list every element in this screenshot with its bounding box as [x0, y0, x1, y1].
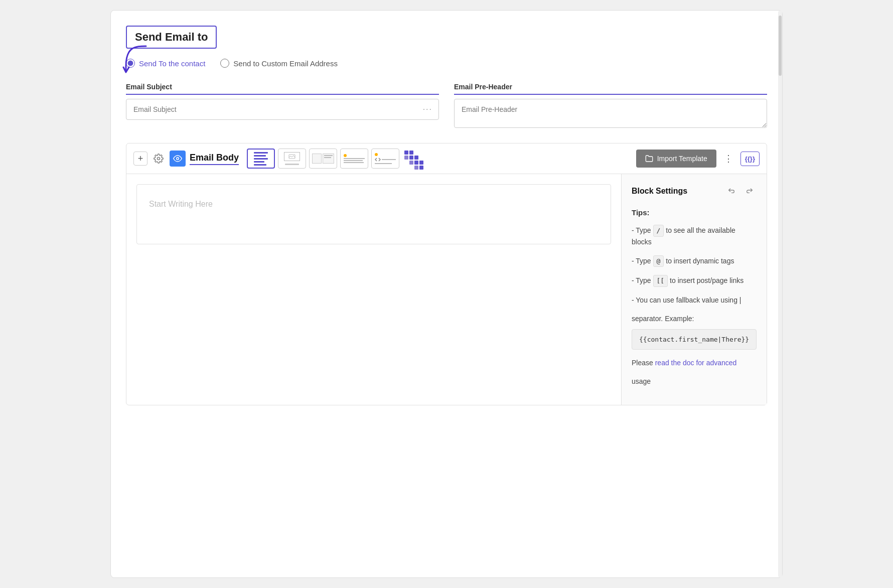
- email-body-content: Start Writing Here Block Settings: [126, 174, 767, 405]
- preview-eye-button[interactable]: [170, 151, 186, 167]
- email-subject-input[interactable]: [126, 99, 417, 119]
- tip-2: - Type @ to insert dynamic tags: [632, 255, 757, 267]
- email-subject-group: Email Subject ···: [126, 83, 439, 128]
- code-example: {{contact.first_name|There}}: [632, 329, 757, 350]
- email-preheader-label: Email Pre-Header: [454, 83, 767, 95]
- email-preheader-input[interactable]: [455, 99, 767, 127]
- radio-custom[interactable]: Send to Custom Email Address: [220, 59, 338, 68]
- tip-6-suffix: usage: [632, 376, 757, 387]
- tip-4: - You can use fallback value using |: [632, 295, 757, 306]
- scrollbar[interactable]: [778, 11, 782, 577]
- fields-row: Email Subject ··· Email Pre-Header: [126, 83, 767, 128]
- email-subject-label: Email Subject: [126, 83, 439, 95]
- tip-3-code: [[: [653, 275, 668, 287]
- scrollbar-thumb: [779, 16, 782, 76]
- more-options-button[interactable]: ⋮: [720, 151, 736, 167]
- redo-arrow-button[interactable]: [742, 184, 757, 198]
- tip-1-code: /: [653, 225, 664, 237]
- drag-blocks-icon[interactable]: [402, 149, 422, 169]
- tip-5: separator. Example: {{contact.first_name…: [632, 314, 757, 350]
- undo-arrow-button[interactable]: [724, 184, 738, 198]
- arrow-annotation: [121, 41, 151, 76]
- editor-placeholder-text: Start Writing Here: [149, 200, 213, 208]
- email-body-section: + Email Body: [126, 143, 767, 405]
- email-preheader-wrapper: [454, 99, 767, 128]
- email-body-toolbar: + Email Body: [126, 143, 767, 174]
- read-doc-link[interactable]: read the doc for advanced: [655, 359, 737, 367]
- editor-writing-area[interactable]: Start Writing Here: [136, 184, 611, 244]
- block-settings-header: Block Settings: [632, 184, 757, 198]
- tip-6: Please read the doc for advanced: [632, 358, 757, 368]
- add-block-button[interactable]: +: [133, 152, 147, 166]
- view-options-group: [247, 149, 422, 169]
- view-columns-button[interactable]: [309, 149, 337, 169]
- tip-1: - Type / to see all the available blocks: [632, 225, 757, 247]
- import-template-button[interactable]: Import Template: [636, 150, 716, 168]
- radio-group: Send To the contact Send to Custom Email…: [126, 59, 767, 68]
- tips-section: Tips: - Type / to see all the available …: [632, 208, 757, 387]
- view-image-button[interactable]: [278, 149, 306, 169]
- gear-icon[interactable]: [152, 152, 166, 166]
- email-body-title: Email Body: [190, 153, 239, 165]
- svg-point-1: [177, 158, 179, 160]
- tips-title: Tips:: [632, 208, 757, 217]
- view-doc-button[interactable]: [247, 149, 275, 169]
- radio-custom-label: Send to Custom Email Address: [233, 59, 338, 68]
- tip-3: - Type [[ to insert post/page links: [632, 275, 757, 287]
- email-preheader-group: Email Pre-Header: [454, 83, 767, 128]
- main-container: Send Email to Send To the contact Send t…: [110, 10, 783, 578]
- view-text-button[interactable]: [340, 149, 368, 169]
- block-settings-nav: [724, 184, 757, 198]
- email-editor: Start Writing Here: [126, 174, 621, 405]
- svg-point-0: [158, 158, 160, 160]
- email-subject-dots-icon[interactable]: ···: [417, 105, 438, 114]
- code-variables-button[interactable]: {{}}: [740, 152, 760, 166]
- block-settings-title: Block Settings: [632, 187, 687, 196]
- radio-custom-input[interactable]: [220, 59, 229, 68]
- view-code-button[interactable]: [371, 149, 399, 169]
- block-settings-panel: Block Settings: [621, 174, 767, 405]
- tip-2-code: @: [653, 255, 664, 267]
- email-subject-wrapper: ···: [126, 99, 439, 120]
